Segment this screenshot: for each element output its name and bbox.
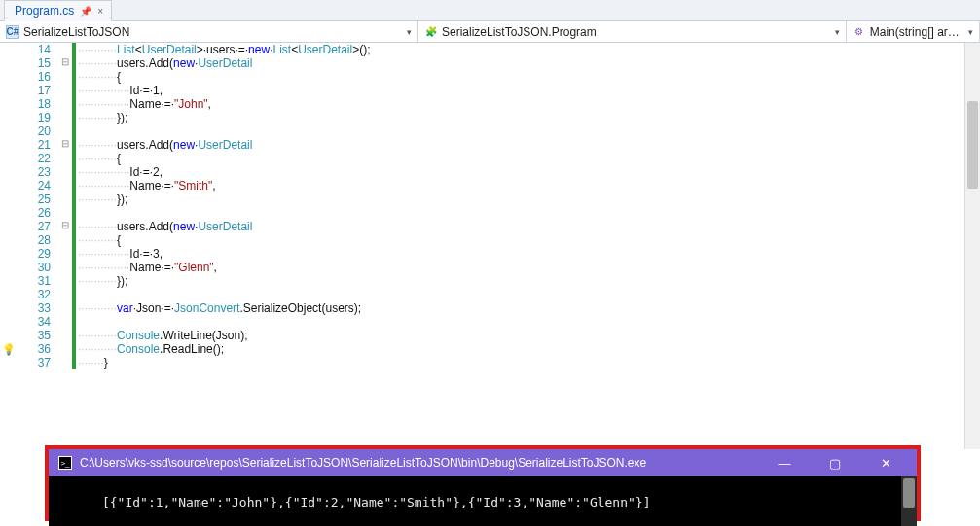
code-text[interactable]: ············Console.ReadLine(); [76, 342, 980, 356]
line-number: 37 [19, 356, 58, 369]
code-text[interactable] [76, 288, 980, 301]
code-line[interactable]: 37········} [0, 356, 980, 369]
code-text[interactable]: ············Console.WriteLine(Json); [76, 329, 980, 342]
code-text[interactable]: ············users.Add(new·UserDetail [76, 220, 980, 233]
line-number: 36 [19, 342, 58, 356]
code-line[interactable]: 18················Name·=·"John", [0, 97, 980, 111]
cmd-icon: >_ [58, 456, 72, 470]
console-title-text: C:\Users\vks-ssd\source\repos\SerializeL… [80, 456, 755, 470]
code-text[interactable]: ············}); [76, 111, 980, 124]
fold-gutter [58, 84, 72, 97]
fold-gutter [58, 233, 72, 247]
code-text[interactable]: ············{ [76, 233, 980, 247]
nav-method-dropdown[interactable]: ⚙ Main(string[] args) ▾ [847, 21, 980, 42]
tab-strip: Program.cs 📌 × [0, 0, 980, 21]
nav-class-label: SerializeListToJSON.Program [442, 25, 597, 39]
code-line[interactable]: 15⊟············users.Add(new·UserDetail [0, 56, 980, 70]
code-line[interactable]: 27⊟············users.Add(new·UserDetail [0, 220, 980, 233]
code-line[interactable]: 33············var·Json·=·JsonConvert.Ser… [0, 301, 980, 315]
code-text[interactable] [76, 124, 980, 138]
nav-class-dropdown[interactable]: 🧩 SerializeListToJSON.Program ▾ [418, 21, 847, 42]
code-text[interactable]: ············}); [76, 274, 980, 288]
code-line[interactable]: 21⊟············users.Add(new·UserDetail [0, 138, 980, 152]
minimize-button[interactable]: — [763, 449, 806, 476]
line-number: 28 [19, 233, 58, 247]
code-text[interactable]: ············{ [76, 152, 980, 165]
fold-toggle-icon[interactable]: ⊟ [58, 220, 72, 233]
code-text[interactable]: ············{ [76, 70, 980, 84]
scrollbar-thumb[interactable] [967, 101, 978, 189]
line-number: 33 [19, 301, 58, 315]
fold-gutter [58, 43, 72, 56]
code-line[interactable]: 31············}); [0, 274, 980, 288]
code-line[interactable]: 19············}); [0, 111, 980, 124]
close-icon[interactable]: × [97, 6, 103, 17]
line-number: 15 [19, 56, 58, 70]
code-text[interactable]: ············}); [76, 193, 980, 206]
code-line[interactable]: 28············{ [0, 233, 980, 247]
code-text[interactable]: ········} [76, 356, 980, 369]
code-line[interactable]: 17················Id·=·1, [0, 84, 980, 97]
line-number: 30 [19, 261, 58, 274]
code-line[interactable]: 💡36············Console.ReadLine(); [0, 342, 980, 356]
console-scrollbar-thumb[interactable] [903, 478, 915, 508]
console-titlebar[interactable]: >_ C:\Users\vks-ssd\source\repos\Seriali… [49, 449, 917, 476]
line-number: 26 [19, 206, 58, 220]
csharp-project-icon: C# [6, 25, 19, 39]
fold-gutter [58, 152, 72, 165]
line-number: 17 [19, 84, 58, 97]
file-tab-label: Program.cs [15, 4, 74, 18]
code-text[interactable]: ················Name·=·"John", [76, 97, 980, 111]
file-tab-program[interactable]: Program.cs 📌 × [4, 0, 112, 21]
fold-gutter [58, 193, 72, 206]
pin-icon[interactable]: 📌 [80, 6, 91, 17]
line-number: 35 [19, 329, 58, 342]
code-line[interactable]: 35············Console.WriteLine(Json); [0, 329, 980, 342]
line-number: 25 [19, 193, 58, 206]
code-editor[interactable]: 14············List<UserDetail>·users·=·n… [0, 43, 980, 449]
fold-gutter [58, 356, 72, 369]
code-text[interactable] [76, 206, 980, 220]
close-button[interactable]: ✕ [864, 449, 907, 476]
code-text[interactable]: ················Id·=·1, [76, 84, 980, 97]
code-line[interactable]: 23················Id·=·2, [0, 165, 980, 179]
fold-toggle-icon[interactable]: ⊟ [58, 138, 72, 152]
fold-gutter [58, 288, 72, 301]
lightbulb-icon[interactable]: 💡 [2, 343, 16, 357]
code-line[interactable]: 29················Id·=·3, [0, 247, 980, 261]
line-number: 19 [19, 111, 58, 124]
nav-method-label: Main(string[] args) [870, 25, 962, 39]
code-text[interactable]: ················Name·=·"Glenn", [76, 261, 980, 274]
code-line[interactable]: 24················Name·=·"Smith", [0, 179, 980, 193]
nav-project-dropdown[interactable]: C# SerializeListToJSON ▾ [0, 21, 418, 42]
line-number: 21 [19, 138, 58, 152]
console-output[interactable]: [{"Id":1,"Name":"John"},{"Id":2,"Name":"… [49, 476, 917, 526]
code-text[interactable]: ················Name·=·"Smith", [76, 179, 980, 193]
vertical-scrollbar[interactable] [964, 43, 980, 449]
code-line[interactable]: 20 [0, 124, 980, 138]
code-line[interactable]: 25············}); [0, 193, 980, 206]
code-line[interactable]: 22············{ [0, 152, 980, 165]
code-text[interactable]: ············var·Json·=·JsonConvert.Seria… [76, 301, 980, 315]
code-text[interactable] [76, 315, 980, 329]
code-line[interactable]: 32 [0, 288, 980, 301]
code-line[interactable]: 30················Name·=·"Glenn", [0, 261, 980, 274]
fold-toggle-icon[interactable]: ⊟ [58, 56, 72, 70]
line-number: 31 [19, 274, 58, 288]
code-line[interactable]: 16············{ [0, 70, 980, 84]
line-number: 16 [19, 70, 58, 84]
navigation-bar: C# SerializeListToJSON ▾ 🧩 SerializeList… [0, 21, 980, 43]
fold-gutter [58, 315, 72, 329]
code-line[interactable]: 14············List<UserDetail>·users·=·n… [0, 43, 980, 56]
code-text[interactable]: ················Id·=·2, [76, 165, 980, 179]
fold-gutter [58, 97, 72, 111]
code-line[interactable]: 34 [0, 315, 980, 329]
maximize-button[interactable]: ▢ [814, 449, 856, 476]
fold-gutter [58, 124, 72, 138]
code-text[interactable]: ············List<UserDetail>·users·=·new… [76, 43, 980, 56]
code-text[interactable]: ················Id·=·3, [76, 247, 980, 261]
console-scrollbar[interactable] [901, 476, 917, 526]
code-text[interactable]: ············users.Add(new·UserDetail [76, 138, 980, 152]
code-text[interactable]: ············users.Add(new·UserDetail [76, 56, 980, 70]
code-line[interactable]: 26 [0, 206, 980, 220]
